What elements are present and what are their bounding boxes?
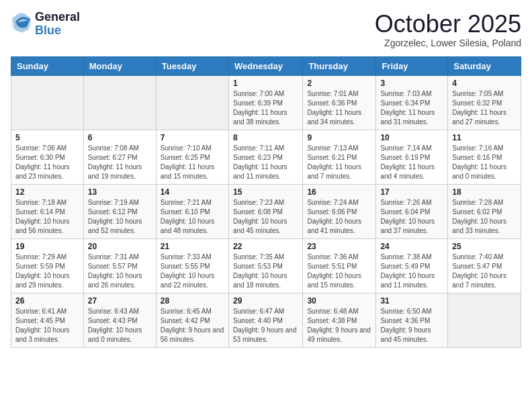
calendar-cell: 17Sunrise: 7:26 AMSunset: 6:04 PMDayligh… xyxy=(376,184,448,238)
calendar-cell: 12Sunrise: 7:18 AMSunset: 6:14 PMDayligh… xyxy=(11,184,84,238)
month-title: October 2025 xyxy=(375,11,521,38)
day-number: 26 xyxy=(15,296,79,306)
day-info: Sunrise: 7:21 AMSunset: 6:10 PMDaylight:… xyxy=(161,198,224,236)
location-subtitle: Zgorzelec, Lower Silesia, Poland xyxy=(375,38,521,48)
day-info: Sunrise: 7:01 AMSunset: 6:36 PMDaylight:… xyxy=(307,89,371,127)
day-number: 1 xyxy=(233,79,298,88)
calendar-week-row: 1Sunrise: 7:00 AMSunset: 6:39 PMDaylight… xyxy=(11,75,521,130)
calendar-cell: 25Sunrise: 7:40 AMSunset: 5:47 PMDayligh… xyxy=(448,238,521,293)
calendar-cell: 24Sunrise: 7:38 AMSunset: 5:49 PMDayligh… xyxy=(376,238,448,293)
day-info: Sunrise: 6:50 AMSunset: 4:36 PMDaylight:… xyxy=(380,307,443,345)
day-info: Sunrise: 7:13 AMSunset: 6:21 PMDaylight:… xyxy=(307,144,371,181)
day-info: Sunrise: 7:00 AMSunset: 6:39 PMDaylight:… xyxy=(233,89,298,127)
day-number: 3 xyxy=(380,79,443,88)
day-info: Sunrise: 6:41 AMSunset: 4:45 PMDaylight:… xyxy=(15,307,79,345)
calendar-week-row: 5Sunrise: 7:06 AMSunset: 6:30 PMDaylight… xyxy=(11,130,521,184)
day-number: 8 xyxy=(233,133,298,142)
day-info: Sunrise: 7:05 AMSunset: 6:32 PMDaylight:… xyxy=(452,89,517,127)
day-number: 20 xyxy=(88,242,152,251)
day-info: Sunrise: 7:03 AMSunset: 6:34 PMDaylight:… xyxy=(380,89,443,127)
calendar-cell: 7Sunrise: 7:10 AMSunset: 6:25 PMDaylight… xyxy=(156,130,228,184)
page-header: General Blue October 2025 Zgorzelec, Low… xyxy=(11,11,521,48)
calendar-cell xyxy=(11,75,84,130)
day-number: 4 xyxy=(452,79,517,88)
calendar-cell: 20Sunrise: 7:31 AMSunset: 5:57 PMDayligh… xyxy=(83,238,156,293)
calendar-cell: 28Sunrise: 6:45 AMSunset: 4:42 PMDayligh… xyxy=(156,293,228,347)
day-number: 17 xyxy=(380,187,443,197)
day-number: 5 xyxy=(15,133,79,142)
calendar-cell: 19Sunrise: 7:29 AMSunset: 5:59 PMDayligh… xyxy=(11,238,84,293)
calendar-cell xyxy=(156,75,228,130)
calendar-cell: 6Sunrise: 7:08 AMSunset: 6:27 PMDaylight… xyxy=(83,130,156,184)
logo-general: General xyxy=(35,11,80,24)
calendar-cell: 23Sunrise: 7:36 AMSunset: 5:51 PMDayligh… xyxy=(303,238,376,293)
day-of-week-header: Thursday xyxy=(303,56,376,75)
calendar-cell xyxy=(83,75,156,130)
calendar-cell xyxy=(448,293,521,347)
day-info: Sunrise: 7:10 AMSunset: 6:25 PMDaylight:… xyxy=(161,144,224,181)
calendar-cell: 3Sunrise: 7:03 AMSunset: 6:34 PMDaylight… xyxy=(376,75,448,130)
day-number: 9 xyxy=(307,133,371,142)
day-info: Sunrise: 7:06 AMSunset: 6:30 PMDaylight:… xyxy=(15,144,79,181)
calendar-cell: 10Sunrise: 7:14 AMSunset: 6:19 PMDayligh… xyxy=(376,130,448,184)
day-info: Sunrise: 7:14 AMSunset: 6:19 PMDaylight:… xyxy=(380,144,443,181)
calendar-cell: 27Sunrise: 6:43 AMSunset: 4:43 PMDayligh… xyxy=(83,293,156,347)
day-info: Sunrise: 7:29 AMSunset: 5:59 PMDaylight:… xyxy=(15,253,79,290)
calendar-table: SundayMondayTuesdayWednesdayThursdayFrid… xyxy=(11,56,521,348)
day-of-week-header: Saturday xyxy=(448,56,521,75)
day-number: 23 xyxy=(307,242,371,251)
day-number: 11 xyxy=(452,133,517,142)
title-section: October 2025 Zgorzelec, Lower Silesia, P… xyxy=(375,11,521,48)
calendar-header-row: SundayMondayTuesdayWednesdayThursdayFrid… xyxy=(11,56,521,75)
calendar-cell: 26Sunrise: 6:41 AMSunset: 4:45 PMDayligh… xyxy=(11,293,84,347)
day-number: 28 xyxy=(161,296,224,306)
day-number: 18 xyxy=(452,187,517,197)
calendar-cell: 18Sunrise: 7:28 AMSunset: 6:02 PMDayligh… xyxy=(448,184,521,238)
calendar-cell: 15Sunrise: 7:23 AMSunset: 6:08 PMDayligh… xyxy=(228,184,302,238)
day-info: Sunrise: 7:18 AMSunset: 6:14 PMDaylight:… xyxy=(15,198,79,236)
day-info: Sunrise: 7:28 AMSunset: 6:02 PMDaylight:… xyxy=(452,198,517,236)
calendar-cell: 22Sunrise: 7:35 AMSunset: 5:53 PMDayligh… xyxy=(228,238,302,293)
day-info: Sunrise: 7:08 AMSunset: 6:27 PMDaylight:… xyxy=(88,144,152,181)
calendar-cell: 8Sunrise: 7:11 AMSunset: 6:23 PMDaylight… xyxy=(228,130,302,184)
calendar-cell: 30Sunrise: 6:48 AMSunset: 4:38 PMDayligh… xyxy=(303,293,376,347)
logo-blue: Blue xyxy=(35,24,80,38)
calendar-cell: 14Sunrise: 7:21 AMSunset: 6:10 PMDayligh… xyxy=(156,184,228,238)
calendar-cell: 13Sunrise: 7:19 AMSunset: 6:12 PMDayligh… xyxy=(83,184,156,238)
day-info: Sunrise: 7:35 AMSunset: 5:53 PMDaylight:… xyxy=(233,253,298,290)
calendar-cell: 16Sunrise: 7:24 AMSunset: 6:06 PMDayligh… xyxy=(303,184,376,238)
day-number: 31 xyxy=(380,296,443,306)
day-of-week-header: Tuesday xyxy=(156,56,228,75)
day-info: Sunrise: 7:24 AMSunset: 6:06 PMDaylight:… xyxy=(307,198,371,236)
day-number: 30 xyxy=(307,296,371,306)
day-of-week-header: Wednesday xyxy=(228,56,302,75)
day-number: 24 xyxy=(380,242,443,251)
day-number: 19 xyxy=(15,242,79,251)
day-number: 15 xyxy=(233,187,298,197)
calendar-week-row: 26Sunrise: 6:41 AMSunset: 4:45 PMDayligh… xyxy=(11,293,521,347)
day-info: Sunrise: 7:31 AMSunset: 5:57 PMDaylight:… xyxy=(88,253,152,290)
day-info: Sunrise: 7:33 AMSunset: 5:55 PMDaylight:… xyxy=(161,253,224,290)
day-info: Sunrise: 6:43 AMSunset: 4:43 PMDaylight:… xyxy=(88,307,152,345)
day-number: 14 xyxy=(161,187,224,197)
day-of-week-header: Sunday xyxy=(11,56,84,75)
calendar-week-row: 19Sunrise: 7:29 AMSunset: 5:59 PMDayligh… xyxy=(11,238,521,293)
calendar-cell: 21Sunrise: 7:33 AMSunset: 5:55 PMDayligh… xyxy=(156,238,228,293)
day-number: 22 xyxy=(233,242,298,251)
day-number: 12 xyxy=(15,187,79,197)
day-number: 25 xyxy=(452,242,517,251)
logo: General Blue xyxy=(11,11,80,38)
day-info: Sunrise: 7:38 AMSunset: 5:49 PMDaylight:… xyxy=(380,253,443,290)
day-number: 6 xyxy=(88,133,152,142)
day-info: Sunrise: 6:45 AMSunset: 4:42 PMDaylight:… xyxy=(161,307,224,345)
day-info: Sunrise: 7:19 AMSunset: 6:12 PMDaylight:… xyxy=(88,198,152,236)
calendar-cell: 4Sunrise: 7:05 AMSunset: 6:32 PMDaylight… xyxy=(448,75,521,130)
day-of-week-header: Monday xyxy=(83,56,156,75)
calendar-cell: 1Sunrise: 7:00 AMSunset: 6:39 PMDaylight… xyxy=(228,75,302,130)
day-number: 27 xyxy=(88,296,152,306)
calendar-cell: 31Sunrise: 6:50 AMSunset: 4:36 PMDayligh… xyxy=(376,293,448,347)
day-info: Sunrise: 7:11 AMSunset: 6:23 PMDaylight:… xyxy=(233,144,298,181)
calendar-week-row: 12Sunrise: 7:18 AMSunset: 6:14 PMDayligh… xyxy=(11,184,521,238)
calendar-cell: 9Sunrise: 7:13 AMSunset: 6:21 PMDaylight… xyxy=(303,130,376,184)
day-info: Sunrise: 7:40 AMSunset: 5:47 PMDaylight:… xyxy=(452,253,517,290)
